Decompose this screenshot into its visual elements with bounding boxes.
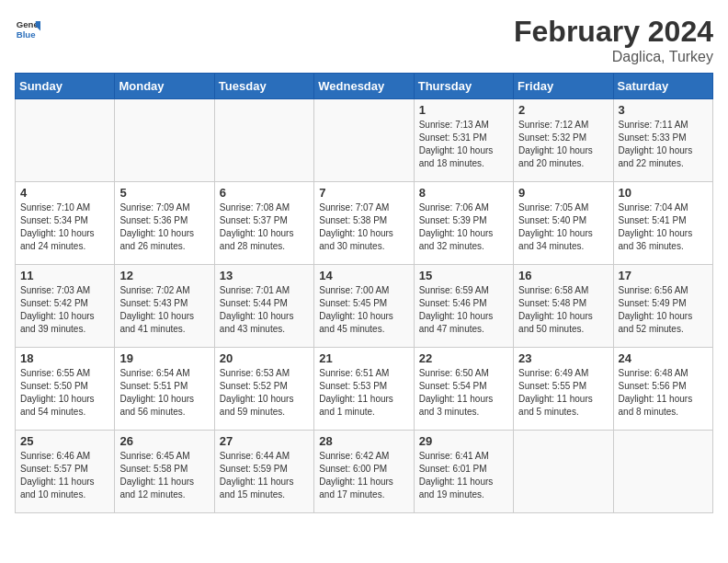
calendar-cell: 28Sunrise: 6:42 AM Sunset: 6:00 PM Dayli… bbox=[314, 431, 414, 513]
day-number: 19 bbox=[119, 351, 209, 365]
day-number: 25 bbox=[20, 434, 109, 448]
day-number: 26 bbox=[119, 434, 209, 448]
day-number: 16 bbox=[518, 269, 608, 282]
day-info: Sunrise: 7:07 AM Sunset: 5:38 PM Dayligh… bbox=[319, 201, 408, 253]
day-number: 14 bbox=[319, 269, 408, 282]
header-thursday: Thursday bbox=[414, 74, 513, 99]
calendar-cell: 15Sunrise: 6:59 AM Sunset: 5:46 PM Dayli… bbox=[414, 265, 513, 348]
calendar-cell: 19Sunrise: 6:54 AM Sunset: 5:51 PM Dayli… bbox=[115, 348, 214, 431]
calendar-cell: 11Sunrise: 7:03 AM Sunset: 5:42 PM Dayli… bbox=[16, 265, 115, 348]
day-info: Sunrise: 7:09 AM Sunset: 5:36 PM Dayligh… bbox=[119, 201, 209, 253]
day-info: Sunrise: 7:04 AM Sunset: 5:41 PM Dayligh… bbox=[619, 201, 708, 253]
header-wednesday: Wednesday bbox=[314, 74, 414, 99]
calendar-cell bbox=[314, 99, 414, 182]
day-number: 1 bbox=[419, 103, 508, 117]
calendar-table: Sunday Monday Tuesday Wednesday Thursday… bbox=[15, 73, 713, 513]
day-info: Sunrise: 7:06 AM Sunset: 5:39 PM Dayligh… bbox=[419, 201, 508, 253]
calendar-cell bbox=[613, 431, 712, 513]
day-info: Sunrise: 6:53 AM Sunset: 5:52 PM Dayligh… bbox=[220, 367, 309, 419]
calendar-cell: 8Sunrise: 7:06 AM Sunset: 5:39 PM Daylig… bbox=[414, 182, 513, 265]
calendar-cell: 23Sunrise: 6:49 AM Sunset: 5:55 PM Dayli… bbox=[514, 348, 613, 431]
day-info: Sunrise: 6:50 AM Sunset: 5:54 PM Dayligh… bbox=[419, 367, 508, 419]
calendar-week-3: 11Sunrise: 7:03 AM Sunset: 5:42 PM Dayli… bbox=[16, 265, 713, 348]
calendar-week-4: 18Sunrise: 6:55 AM Sunset: 5:50 PM Dayli… bbox=[16, 348, 713, 431]
calendar-cell: 5Sunrise: 7:09 AM Sunset: 5:36 PM Daylig… bbox=[115, 182, 214, 265]
day-info: Sunrise: 6:56 AM Sunset: 5:49 PM Dayligh… bbox=[619, 284, 708, 336]
day-number: 9 bbox=[518, 186, 608, 200]
day-number: 28 bbox=[319, 434, 408, 448]
day-info: Sunrise: 6:49 AM Sunset: 5:55 PM Dayligh… bbox=[518, 367, 608, 419]
day-info: Sunrise: 6:55 AM Sunset: 5:50 PM Dayligh… bbox=[20, 367, 109, 419]
title-area: February 2024 Daglica, Turkey bbox=[514, 15, 713, 65]
day-info: Sunrise: 6:59 AM Sunset: 5:46 PM Dayligh… bbox=[419, 284, 508, 336]
day-info: Sunrise: 7:05 AM Sunset: 5:40 PM Dayligh… bbox=[518, 201, 608, 253]
header-sunday: Sunday bbox=[16, 74, 115, 99]
day-number: 27 bbox=[220, 434, 309, 448]
page-subtitle: Daglica, Turkey bbox=[514, 49, 713, 65]
calendar-cell: 14Sunrise: 7:00 AM Sunset: 5:45 PM Dayli… bbox=[314, 265, 414, 348]
page-title: February 2024 bbox=[514, 15, 713, 49]
day-info: Sunrise: 7:02 AM Sunset: 5:43 PM Dayligh… bbox=[119, 284, 209, 336]
calendar-cell: 17Sunrise: 6:56 AM Sunset: 5:49 PM Dayli… bbox=[613, 265, 712, 348]
day-info: Sunrise: 6:54 AM Sunset: 5:51 PM Dayligh… bbox=[119, 367, 209, 419]
calendar-cell: 27Sunrise: 6:44 AM Sunset: 5:59 PM Dayli… bbox=[214, 431, 313, 513]
calendar-cell: 10Sunrise: 7:04 AM Sunset: 5:41 PM Dayli… bbox=[613, 182, 712, 265]
day-number: 13 bbox=[220, 269, 309, 282]
day-info: Sunrise: 7:00 AM Sunset: 5:45 PM Dayligh… bbox=[319, 284, 408, 336]
day-number: 11 bbox=[20, 269, 109, 282]
day-number: 29 bbox=[419, 434, 508, 448]
calendar-cell: 29Sunrise: 6:41 AM Sunset: 6:01 PM Dayli… bbox=[414, 431, 513, 513]
calendar-cell: 24Sunrise: 6:48 AM Sunset: 5:56 PM Dayli… bbox=[613, 348, 712, 431]
calendar-cell: 6Sunrise: 7:08 AM Sunset: 5:37 PM Daylig… bbox=[214, 182, 313, 265]
calendar-cell: 18Sunrise: 6:55 AM Sunset: 5:50 PM Dayli… bbox=[16, 348, 115, 431]
calendar-cell: 21Sunrise: 6:51 AM Sunset: 5:53 PM Dayli… bbox=[314, 348, 414, 431]
day-info: Sunrise: 6:48 AM Sunset: 5:56 PM Dayligh… bbox=[619, 367, 708, 419]
day-info: Sunrise: 6:44 AM Sunset: 5:59 PM Dayligh… bbox=[220, 450, 309, 501]
day-info: Sunrise: 6:45 AM Sunset: 5:58 PM Dayligh… bbox=[119, 450, 209, 501]
page-header: General Blue February 2024 Daglica, Turk… bbox=[15, 15, 713, 65]
calendar-cell: 22Sunrise: 6:50 AM Sunset: 5:54 PM Dayli… bbox=[414, 348, 513, 431]
day-number: 17 bbox=[619, 269, 708, 282]
svg-text:Blue: Blue bbox=[17, 29, 36, 40]
day-number: 21 bbox=[319, 351, 408, 365]
logo: General Blue bbox=[15, 15, 40, 40]
calendar-cell: 13Sunrise: 7:01 AM Sunset: 5:44 PM Dayli… bbox=[214, 265, 313, 348]
header-tuesday: Tuesday bbox=[214, 74, 313, 99]
day-number: 23 bbox=[518, 351, 608, 365]
calendar-week-1: 1Sunrise: 7:13 AM Sunset: 5:31 PM Daylig… bbox=[16, 99, 713, 182]
day-number: 18 bbox=[20, 351, 109, 365]
day-number: 15 bbox=[419, 269, 508, 282]
day-info: Sunrise: 6:51 AM Sunset: 5:53 PM Dayligh… bbox=[319, 367, 408, 419]
calendar-header-row: Sunday Monday Tuesday Wednesday Thursday… bbox=[16, 74, 713, 99]
calendar-week-2: 4Sunrise: 7:10 AM Sunset: 5:34 PM Daylig… bbox=[16, 182, 713, 265]
logo-icon: General Blue bbox=[15, 15, 40, 40]
day-info: Sunrise: 7:01 AM Sunset: 5:44 PM Dayligh… bbox=[220, 284, 309, 336]
day-number: 20 bbox=[220, 351, 309, 365]
header-saturday: Saturday bbox=[613, 74, 712, 99]
day-number: 4 bbox=[20, 186, 109, 200]
day-info: Sunrise: 7:08 AM Sunset: 5:37 PM Dayligh… bbox=[220, 201, 309, 253]
day-number: 8 bbox=[419, 186, 508, 200]
header-friday: Friday bbox=[514, 74, 613, 99]
calendar-cell: 4Sunrise: 7:10 AM Sunset: 5:34 PM Daylig… bbox=[16, 182, 115, 265]
day-info: Sunrise: 7:11 AM Sunset: 5:33 PM Dayligh… bbox=[619, 119, 708, 170]
calendar-cell: 20Sunrise: 6:53 AM Sunset: 5:52 PM Dayli… bbox=[214, 348, 313, 431]
calendar-cell: 3Sunrise: 7:11 AM Sunset: 5:33 PM Daylig… bbox=[613, 99, 712, 182]
day-number: 10 bbox=[619, 186, 708, 200]
day-info: Sunrise: 6:42 AM Sunset: 6:00 PM Dayligh… bbox=[319, 450, 408, 501]
day-info: Sunrise: 7:12 AM Sunset: 5:32 PM Dayligh… bbox=[518, 119, 608, 170]
day-info: Sunrise: 6:58 AM Sunset: 5:48 PM Dayligh… bbox=[518, 284, 608, 336]
day-info: Sunrise: 7:13 AM Sunset: 5:31 PM Dayligh… bbox=[419, 119, 508, 170]
day-number: 7 bbox=[319, 186, 408, 200]
calendar-cell: 2Sunrise: 7:12 AM Sunset: 5:32 PM Daylig… bbox=[514, 99, 613, 182]
calendar-cell: 12Sunrise: 7:02 AM Sunset: 5:43 PM Dayli… bbox=[115, 265, 214, 348]
calendar-cell: 25Sunrise: 6:46 AM Sunset: 5:57 PM Dayli… bbox=[16, 431, 115, 513]
day-number: 6 bbox=[220, 186, 309, 200]
calendar-cell: 16Sunrise: 6:58 AM Sunset: 5:48 PM Dayli… bbox=[514, 265, 613, 348]
day-info: Sunrise: 7:03 AM Sunset: 5:42 PM Dayligh… bbox=[20, 284, 109, 336]
calendar-cell: 1Sunrise: 7:13 AM Sunset: 5:31 PM Daylig… bbox=[414, 99, 513, 182]
day-number: 24 bbox=[619, 351, 708, 365]
day-info: Sunrise: 7:10 AM Sunset: 5:34 PM Dayligh… bbox=[20, 201, 109, 253]
day-number: 5 bbox=[119, 186, 209, 200]
calendar-week-5: 25Sunrise: 6:46 AM Sunset: 5:57 PM Dayli… bbox=[16, 431, 713, 513]
